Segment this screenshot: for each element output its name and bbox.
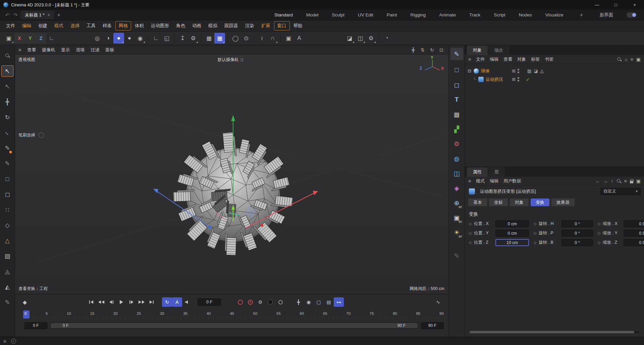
symmetry-mode-icon[interactable]: ◉ [135, 33, 146, 44]
viewport-solo-icon[interactable]: ✎ [1, 295, 13, 310]
range-end-field[interactable]: 90 F [421, 322, 444, 329]
am-hamburger-icon[interactable]: ≡ [468, 178, 471, 184]
workplane-lock-icon[interactable]: ▣ [283, 33, 294, 44]
layout-rigging[interactable]: Rigging [411, 12, 426, 17]
redo-nav-icon[interactable]: ↷ [11, 12, 19, 18]
layout-track[interactable]: Track [469, 12, 480, 17]
brush-tool-icon[interactable]: ✎ [450, 248, 463, 263]
cube-primitive-icon[interactable]: ◻ [450, 77, 463, 92]
document-tab[interactable]: 未标题 1 * × [21, 11, 54, 19]
tab-effectors[interactable]: 效果器 [551, 198, 575, 206]
am-filter-icon[interactable]: ≡ [624, 178, 627, 184]
menu-spline[interactable]: 样条 [99, 21, 115, 31]
collapse-icon[interactable]: ⊟ [468, 68, 473, 73]
key-parameter-toggle[interactable]: ▤ [324, 297, 334, 307]
key-position-toggle[interactable]: ╋ [293, 297, 304, 307]
menu-mograph[interactable]: 运动图形 [148, 21, 172, 31]
grid-snap-active-icon[interactable]: ▦ [214, 33, 225, 44]
key-dot-icon[interactable]: ◇ [469, 231, 474, 235]
pan-view-icon[interactable]: ╋ [410, 47, 417, 53]
modeling-mode-active-icon[interactable]: ● [113, 33, 124, 44]
next-key-button[interactable] [137, 297, 147, 307]
record-keyframe-button[interactable] [235, 297, 245, 307]
texture-tag-icon[interactable]: ◪ [534, 68, 538, 73]
scale-tool-icon[interactable]: ↔ [1, 125, 13, 140]
rotation-b-input[interactable]: 0 ° [561, 239, 593, 246]
minimize-button[interactable]: — [588, 0, 606, 10]
layout-model[interactable]: Model [306, 12, 319, 17]
auto-workplane-icon[interactable]: A [294, 33, 305, 44]
am-menu-edit[interactable]: 编辑 [490, 178, 498, 184]
section-title[interactable]: 变换 [465, 208, 644, 220]
menu-create[interactable]: 创建 [35, 21, 51, 31]
am-new-window-icon[interactable]: ▣ [636, 178, 641, 184]
layout-animate[interactable]: Animate [439, 12, 456, 17]
selection-tool-icon[interactable]: ▣ [3, 33, 14, 44]
preview-range-bar[interactable]: 0 F 90 F [51, 323, 418, 328]
volume-icon[interactable]: ◫ [450, 166, 463, 181]
modeling-axis-icon[interactable]: ∟ [151, 33, 161, 44]
dolly-view-icon[interactable]: ⇅ [419, 47, 426, 53]
key-dot-icon[interactable]: ◇ [598, 222, 603, 226]
effector-icon[interactable]: ⚙ [450, 136, 463, 151]
tab-takes[interactable]: 场次 [488, 46, 509, 55]
key-rotation-toggle[interactable]: ◉ [304, 297, 314, 307]
grid-icon[interactable]: ▦ [204, 33, 214, 44]
key-dot-icon[interactable]: ◇ [469, 240, 474, 245]
coordinate-system-icon[interactable]: ∟ [46, 33, 57, 44]
om-home-icon[interactable]: ⌂ [625, 57, 627, 62]
key-dot-icon[interactable]: ◇ [534, 240, 539, 245]
scale-y-input[interactable]: 0.9 [624, 230, 644, 237]
record-selection-icon[interactable] [275, 297, 285, 307]
loop-mode-button[interactable]: ↻ [162, 297, 172, 307]
viewport-hamburger-icon[interactable]: ≡ [18, 47, 21, 53]
menu-render[interactable]: 渲染 [242, 21, 258, 31]
layout-script[interactable]: Script [494, 12, 505, 17]
key-dot-icon[interactable]: ◇ [598, 240, 603, 245]
menu-edit[interactable]: 编辑 [19, 21, 35, 31]
layer-toggle-icon[interactable]: ⊠ [512, 77, 516, 82]
menu-tools[interactable]: 工具 [83, 21, 99, 31]
layout-standard[interactable]: Standard [274, 12, 293, 17]
om-menu-object[interactable]: 对象 [517, 56, 526, 62]
axis-snap-icon[interactable]: ↧ [177, 33, 188, 44]
range-start-field[interactable]: 0 F [24, 322, 47, 329]
om-menu-file[interactable]: 文件 [476, 56, 485, 62]
vp-menu-options[interactable]: 选项 [76, 47, 85, 53]
key-scale-toggle[interactable]: ▢ [314, 297, 324, 307]
lock-x-axis-button[interactable]: X [14, 33, 25, 44]
keyframe-nav-icon[interactable]: ◆ [20, 297, 30, 307]
make-editable-icon[interactable]: ✎ [1, 156, 13, 171]
preset-dropdown[interactable]: 自定义 ▾ [600, 188, 641, 195]
tab-layers[interactable]: 层 [488, 167, 505, 177]
field-icon[interactable]: ◍ [450, 151, 463, 166]
record-objects-icon[interactable] [265, 297, 275, 307]
ui-theme-toggle[interactable] [627, 12, 637, 17]
menu-select[interactable]: 选择 [67, 21, 83, 31]
am-lock-icon[interactable] [630, 181, 633, 183]
render-settings-button[interactable]: ⚙ [366, 33, 376, 44]
om-menu-tags[interactable]: 标签 [531, 56, 540, 62]
modeling-mode-icon[interactable]: ● [124, 33, 135, 44]
tab-transform[interactable]: 变换 [531, 198, 549, 206]
am-menu-mode[interactable]: 模式 [476, 178, 485, 184]
menu-extensions[interactable]: 扩展 [258, 21, 274, 31]
om-hamburger-icon[interactable]: ≡ [468, 57, 471, 62]
tweak-mode-icon[interactable]: ◎ [92, 33, 103, 44]
scrollbar-thumb[interactable] [470, 331, 634, 333]
tab-objects[interactable]: 对象 [467, 46, 488, 55]
layout-sculpt[interactable]: Sculpt [332, 12, 345, 17]
status-hamburger-icon[interactable]: ≡ [3, 338, 6, 344]
viewport[interactable]: 透视视图 默认摄像机 ⊐ 笔刷选择 Y Z X [15, 55, 448, 294]
workplane-icon[interactable]: ◱ [161, 33, 172, 44]
sky-stage-icon[interactable]: ⊕ST [450, 195, 463, 210]
layout-visualize[interactable]: Visualize [545, 12, 564, 17]
position-y-input[interactable]: 0 cm [495, 230, 529, 237]
render-to-picture-viewer-button[interactable]: ◫ [355, 33, 366, 44]
layout-uvedit[interactable]: UV Edit [358, 12, 373, 17]
vp-menu-camera[interactable]: 摄像机 [42, 47, 55, 53]
camera-swap-icon[interactable]: ⊐ [240, 57, 243, 62]
om-search-icon[interactable] [617, 57, 622, 62]
object-name[interactable]: 球体 [481, 68, 490, 74]
sphere-object-icon[interactable] [474, 68, 479, 74]
